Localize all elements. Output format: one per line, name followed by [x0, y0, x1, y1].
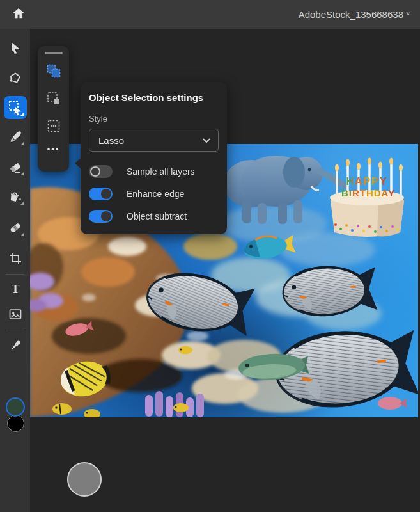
flyout-indicator [20, 142, 24, 145]
lasso-icon [8, 70, 23, 86]
type-tool[interactable]: T [4, 278, 27, 301]
object-selection-tool[interactable] [4, 96, 27, 119]
flyout-indicator [20, 202, 24, 205]
eyedropper-tool[interactable] [4, 334, 27, 357]
object-subtract-toggle[interactable] [89, 210, 113, 223]
object-selection-icon [46, 63, 61, 79]
svg-text:T: T [12, 282, 20, 296]
toolbar-divider [6, 330, 24, 330]
flyout-indicator [20, 172, 24, 175]
brush-size-cursor [67, 462, 102, 497]
object-selection-settings-popup: Object Selection settings Style Lasso Sa… [81, 82, 227, 234]
toggle-label: Sample all layers [127, 166, 195, 177]
chevron-down-icon [203, 134, 210, 146]
toggle-row-object-subtract: Object subtract [89, 210, 219, 223]
flyout-item-magic-wand[interactable] [43, 115, 65, 137]
home-button[interactable] [10, 6, 27, 23]
flyout-item-quick-selection[interactable] [43, 88, 65, 109]
selection-tool-flyout: ••• [38, 46, 69, 172]
cake-text-birthday: BIRTHDAY [341, 188, 395, 198]
app-header: AdobeStock_135668638 * [0, 0, 420, 29]
flyout-drag-handle[interactable] [45, 52, 63, 54]
style-dropdown[interactable]: Lasso [89, 129, 219, 152]
brush-tool[interactable] [4, 125, 27, 148]
move-arrow-icon [8, 40, 23, 56]
style-label: Style [89, 114, 219, 124]
cake-text-happy: HAPPY [346, 176, 387, 187]
home-icon [12, 6, 26, 23]
crop-tool[interactable] [4, 247, 27, 270]
style-dropdown-value: Lasso [98, 135, 124, 146]
toolbar-divider [6, 274, 24, 275]
toggle-label: Enhance edge [127, 189, 184, 199]
crop-icon [8, 251, 23, 266]
flyout-more-button[interactable]: ••• [47, 142, 60, 156]
toggle-row-enhance-edge: Enhance edge [89, 188, 219, 200]
popup-title: Object Selection settings [89, 92, 219, 103]
flyout-item-object-selection[interactable] [43, 60, 65, 82]
toggle-label: Object subtract [127, 211, 187, 221]
lasso-tool[interactable] [4, 67, 27, 90]
type-icon: T [8, 282, 23, 297]
background-color-swatch[interactable] [7, 415, 24, 432]
eraser-tool[interactable] [4, 156, 27, 179]
image-icon [8, 307, 23, 322]
sample-all-layers-toggle[interactable] [89, 165, 113, 178]
foreground-color-swatch[interactable] [6, 397, 25, 417]
eyedropper-icon [8, 338, 23, 353]
flyout-indicator [20, 113, 24, 116]
move-tool[interactable] [4, 36, 27, 60]
magic-wand-icon [46, 118, 61, 134]
flyout-indicator [20, 233, 24, 236]
toggle-row-sample-all-layers: Sample all layers [89, 165, 219, 178]
fill-tool[interactable] [4, 185, 27, 208]
document-title: AdobeStock_135668638 * [299, 9, 410, 20]
quick-selection-icon [46, 91, 61, 106]
toolbar: T [0, 29, 30, 512]
enhance-edge-toggle[interactable] [89, 188, 113, 200]
place-image-tool[interactable] [4, 303, 27, 326]
healing-tool[interactable] [4, 216, 27, 239]
